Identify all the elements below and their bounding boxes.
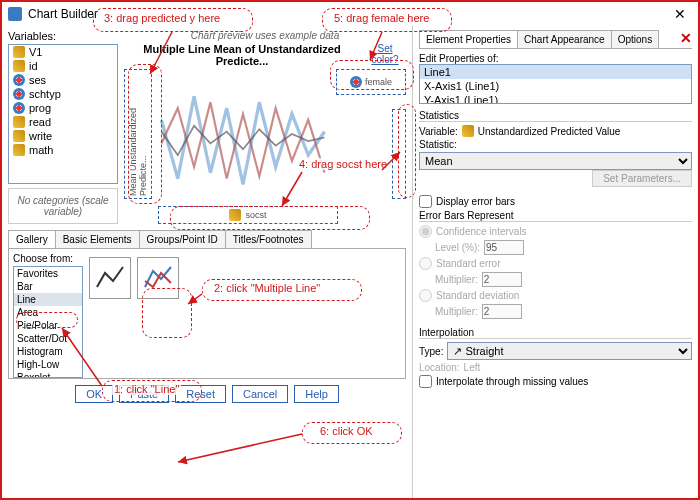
preview-hint: Chart preview uses example data [124, 30, 406, 41]
app-icon [8, 7, 22, 21]
ci-label: Confidence intervals [436, 226, 527, 237]
variables-label: Variables: [8, 30, 118, 42]
edit-list-item[interactable]: Line1 [420, 65, 691, 79]
tab-chart-appearance[interactable]: Chart Appearance [517, 30, 612, 48]
preview-title: Multiple Line Mean of Unstandardized Pre… [124, 43, 360, 67]
x-axis-label: socst [245, 210, 266, 220]
tab-titles-footnotes[interactable]: Titles/Footnotes [225, 230, 312, 248]
level-field[interactable] [484, 240, 524, 255]
statistic-label: Statistic: [419, 139, 457, 150]
x-axis-dropzone[interactable]: socst [158, 206, 338, 224]
gallery-tabs: Gallery Basic Elements Groups/Point ID T… [8, 230, 406, 249]
legend-dropzone[interactable]: female [336, 69, 406, 95]
simple-line-thumb[interactable] [89, 257, 131, 299]
interpolation-group: Interpolation [419, 327, 692, 339]
edit-properties-label: Edit Properties of: [419, 53, 692, 64]
set-color-link[interactable]: Set color? [364, 43, 406, 67]
tab-gallery[interactable]: Gallery [8, 230, 56, 248]
reset-button[interactable]: Reset [175, 385, 226, 403]
y-axis-label: Mean Unstandardized Predicte... [128, 72, 148, 196]
tab-groups-point-id[interactable]: Groups/Point ID [139, 230, 226, 248]
variable-item[interactable]: read [9, 115, 117, 129]
interp-type-select[interactable]: ↗ Straight [447, 342, 692, 360]
help-button[interactable]: Help [294, 385, 339, 403]
nom-icon [13, 74, 25, 86]
chart-type-item[interactable]: High-Low [14, 358, 82, 371]
statistics-group: Statistics [419, 110, 692, 122]
variable-label: Variable: [419, 126, 458, 137]
y-axis-dropzone[interactable]: Mean Unstandardized Predicte... [124, 69, 152, 199]
scale-icon [13, 144, 25, 156]
interp-loc-label: Location: [419, 362, 460, 373]
chart-builder-window: Chart Builder ✕ Variables: V1idsesschtyp… [0, 0, 700, 500]
tab-basic-elements[interactable]: Basic Elements [55, 230, 140, 248]
chart-type-item[interactable]: Boxplot [14, 371, 82, 378]
sd-radio [419, 289, 432, 302]
chart-type-item[interactable]: Histogram [14, 345, 82, 358]
mult-field-2[interactable] [482, 304, 522, 319]
chart-type-item[interactable]: Bar [14, 280, 82, 293]
interp-missing-checkbox[interactable] [419, 375, 432, 388]
display-error-bars-checkbox[interactable] [419, 195, 432, 208]
multiple-line-thumb[interactable] [137, 257, 179, 299]
scale-icon [229, 209, 241, 221]
tab-element-properties[interactable]: Element Properties [419, 30, 518, 48]
variable-item[interactable]: schtyp [9, 87, 117, 101]
edit-list-item[interactable]: Y-Axis1 (Line1) [420, 93, 691, 104]
mult-field-1[interactable] [482, 272, 522, 287]
nominal-icon [350, 76, 362, 88]
mult-label-1: Multiplier: [435, 274, 478, 285]
nom-icon [13, 102, 25, 114]
variable-item[interactable]: prog [9, 101, 117, 115]
no-categories-note: No categories (scale variable) [8, 188, 118, 224]
se-radio [419, 257, 432, 270]
variable-item[interactable]: write [9, 129, 117, 143]
edit-list-item[interactable]: X-Axis1 (Line1) [420, 79, 691, 93]
chart-type-item[interactable]: Area [14, 306, 82, 319]
interp-missing-label: Interpolate through missing values [436, 376, 588, 387]
scale-icon [13, 60, 25, 72]
error-bars-group: Error Bars Represent [419, 210, 692, 222]
delete-icon[interactable]: ✕ [680, 30, 692, 46]
scale-icon [13, 130, 25, 142]
display-error-bars-label: Display error bars [436, 196, 515, 207]
paste-button[interactable]: Paste [119, 385, 169, 403]
choose-from-label: Choose from: [13, 253, 83, 264]
interp-loc-value: Left [464, 362, 481, 373]
chart-type-list[interactable]: FavoritesBarLineAreaPie/PolarScatter/Dot… [13, 266, 83, 378]
gallery-panel: Choose from: FavoritesBarLineAreaPie/Pol… [8, 249, 406, 379]
interp-type-label: Type: [419, 346, 443, 357]
plot-area [156, 73, 330, 202]
sd-label: Standard deviation [436, 290, 519, 301]
chart-preview[interactable]: Mean Unstandardized Predicte... female [124, 69, 406, 224]
variable-item[interactable]: ses [9, 73, 117, 87]
chart-type-item[interactable]: Favorites [14, 267, 82, 280]
scale-icon [462, 125, 474, 137]
scale-icon [13, 46, 25, 58]
dialog-buttons: OK Paste Reset Cancel Help [8, 379, 406, 409]
ok-button[interactable]: OK [75, 385, 113, 403]
variables-list[interactable]: V1idsesschtypprogreadwritemath [8, 44, 118, 184]
nom-icon [13, 88, 25, 100]
variable-item[interactable]: id [9, 59, 117, 73]
variable-item[interactable]: V1 [9, 45, 117, 59]
window-title: Chart Builder [28, 7, 668, 21]
cancel-button[interactable]: Cancel [232, 385, 288, 403]
edit-properties-list[interactable]: Line1X-Axis1 (Line1)Y-Axis1 (Line1) [419, 64, 692, 104]
set-parameters-button[interactable]: Set Parameters... [592, 170, 692, 187]
mult-label-2: Multiplier: [435, 306, 478, 317]
close-icon[interactable]: ✕ [668, 6, 692, 22]
tab-options[interactable]: Options [611, 30, 659, 48]
variable-value: Unstandardized Predicted Value [478, 126, 621, 137]
chart-type-item[interactable]: Scatter/Dot [14, 332, 82, 345]
variable-item[interactable]: math [9, 143, 117, 157]
se-label: Standard error [436, 258, 500, 269]
legend-label: female [365, 77, 392, 87]
statistic-select[interactable]: Mean [419, 152, 692, 170]
chart-type-item[interactable]: Pie/Polar [14, 319, 82, 332]
chart-type-item[interactable]: Line [14, 293, 82, 306]
level-label: Level (%): [435, 242, 480, 253]
side-dropzone[interactable] [392, 109, 406, 199]
titlebar: Chart Builder ✕ [2, 2, 698, 26]
ci-radio [419, 225, 432, 238]
